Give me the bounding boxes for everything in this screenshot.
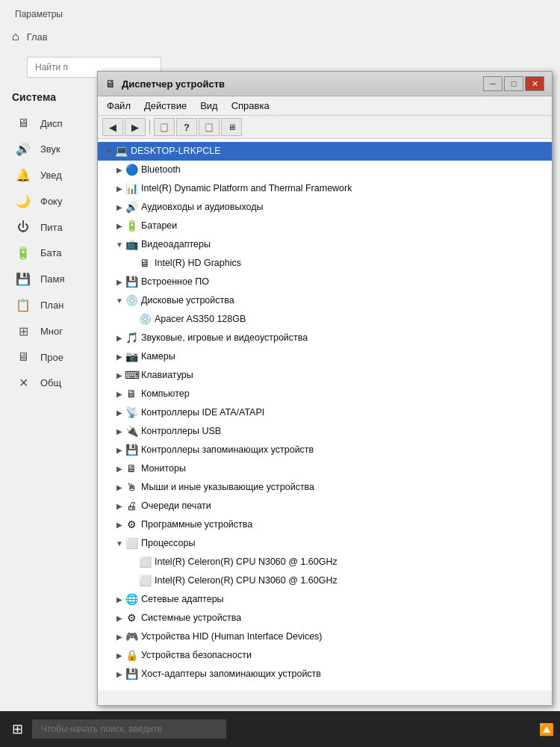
minimize-button[interactable]: ─	[483, 76, 503, 91]
security-label: Устройства безопасности	[141, 648, 252, 663]
tree-item-bluetooth[interactable]: ▶ 🔵 Bluetooth	[98, 161, 552, 179]
sidebar-label-focus: Фоку	[40, 196, 62, 207]
tree-item-hid[interactable]: ▶ 🎮 Устройства HID (Human Interface Devi…	[98, 627, 552, 646]
back-button[interactable]: ◀	[102, 118, 123, 136]
sidebar-label-proj: Прое	[40, 352, 63, 363]
home-label[interactable]: Глав	[27, 31, 48, 43]
system-devices-expander[interactable]: ▶	[114, 613, 125, 624]
tree-item-ide[interactable]: ▶ 📡 Контроллеры IDE ATA/ATAPI	[98, 403, 552, 422]
keyboards-expander[interactable]: ▶	[114, 370, 125, 381]
host-adapters-expander[interactable]: ▶	[114, 669, 125, 680]
tree-item-keyboards[interactable]: ▶ ⌨ Клавиатуры	[98, 366, 552, 385]
tree-item-firmware[interactable]: ▶ 💾 Встроенное ПО	[98, 273, 552, 291]
processors-label: Процессоры	[141, 536, 195, 551]
sidebar-label-battery: Бата	[40, 247, 62, 258]
menu-file[interactable]: Файл	[101, 98, 137, 114]
system-devices-label: Системные устройства	[141, 611, 241, 625]
camera-icon: 📷	[125, 349, 138, 365]
mice-expander[interactable]: ▶	[114, 482, 125, 493]
toolbar-btn-1[interactable]: 📋	[154, 118, 175, 136]
cpu0-label: Intel(R) Celeron(R) CPU N3060 @ 1.60GHz	[155, 555, 337, 569]
title-bar: 🖥 Диспетчер устройств ─ □ ✕	[98, 72, 552, 96]
hid-icon: 🎮	[125, 629, 138, 645]
sound-device-label: Звуковые, игровые и видеоустройства	[141, 331, 308, 345]
system-tray: 🔼	[539, 722, 554, 737]
tree-item-security[interactable]: ▶ 🔒 Устройства безопасности	[98, 646, 552, 665]
disk-expander[interactable]: ▼	[114, 295, 125, 306]
maximize-button[interactable]: □	[504, 76, 523, 91]
tree-item-mice[interactable]: ▶ 🖱 Мыши и иные указывающие устройства	[98, 478, 552, 497]
shared-icon: ✕	[15, 376, 31, 390]
audio-label: Аудиовходы и аудиовыходы	[141, 200, 263, 214]
tree-item-video[interactable]: ▼ 📺 Видеоадаптеры	[98, 235, 552, 254]
tree-item-intel-platform[interactable]: ▶ 📊 Intel(R) Dynamic Platform and Therma…	[98, 179, 552, 198]
cpu1-label: Intel(R) Celeron(R) CPU N3060 @ 1.60GHz	[155, 574, 337, 588]
tree-item-sound-devices[interactable]: ▶ 🎵 Звуковые, игровые и видеоустройства	[98, 329, 552, 347]
software-expander[interactable]: ▶	[114, 519, 125, 530]
system-devices-icon: ⚙	[125, 610, 138, 626]
tree-item-disk[interactable]: ▼ 💿 Дисковые устройства	[98, 291, 552, 310]
firmware-icon: 💾	[125, 274, 138, 290]
network-expander[interactable]: ▶	[114, 594, 125, 605]
toolbar-btn-3[interactable]: 📋	[199, 118, 220, 136]
tree-item-network[interactable]: ▶ 🌐 Сетевые адаптеры	[98, 590, 552, 609]
toolbar: ◀ ▶ 📋 ? 📋 🖥	[98, 116, 552, 139]
tree-item-usb[interactable]: ▶ 🔌 Контроллеры USB	[98, 422, 552, 441]
print-expander[interactable]: ▶	[114, 500, 125, 512]
host-adapters-icon: 💾	[125, 666, 138, 682]
tree-item-system-devices[interactable]: ▶ ⚙ Системные устройства	[98, 609, 552, 627]
tree-item-host-adapters[interactable]: ▶ 💾 Хост-адаптеры запоминающих устройств	[98, 665, 552, 684]
monitors-expander[interactable]: ▶	[114, 463, 125, 474]
start-button[interactable]: ⊞	[6, 715, 29, 743]
tree-item-computer[interactable]: ▶ 🖥 Компьютер	[98, 385, 552, 403]
taskbar-search-input[interactable]	[32, 719, 226, 739]
battery-expander[interactable]: ▶	[114, 220, 125, 232]
graphics-icon: 🖥	[138, 255, 152, 271]
ide-expander[interactable]: ▶	[114, 407, 125, 418]
tree-item-software[interactable]: ▶ ⚙ Программные устройства	[98, 515, 552, 534]
tree-item-intel-graphics[interactable]: 🖥 Intel(R) HD Graphics	[98, 254, 552, 273]
toolbar-btn-help[interactable]: ?	[176, 118, 197, 136]
cameras-expander[interactable]: ▶	[114, 351, 125, 362]
tree-root[interactable]: ▼ 💻 DESKTOP-LRKPCLE	[98, 142, 552, 161]
device-tree[interactable]: ▼ 💻 DESKTOP-LRKPCLE ▶ 🔵 Bluetooth ▶ 📊 In…	[98, 139, 552, 690]
tree-item-monitors[interactable]: ▶ 🖥 Мониторы	[98, 459, 552, 478]
firmware-expander[interactable]: ▶	[114, 276, 125, 288]
root-expander[interactable]: ▼	[104, 146, 114, 157]
security-expander[interactable]: ▶	[114, 650, 125, 661]
computer-expander[interactable]: ▶	[114, 388, 125, 400]
sidebar-label-memory: Памя	[40, 273, 65, 285]
video-expander[interactable]: ▼	[114, 239, 125, 250]
display-icon: 🖥	[15, 117, 31, 130]
intel-platform-expander[interactable]: ▶	[114, 183, 125, 194]
menu-action[interactable]: Действие	[138, 98, 193, 114]
home-icon[interactable]: ⌂	[12, 30, 19, 43]
menu-help[interactable]: Справка	[225, 98, 276, 114]
tree-item-cameras[interactable]: ▶ 📷 Камеры	[98, 347, 552, 366]
monitor-icon: 🖥	[125, 461, 138, 477]
usb-expander[interactable]: ▶	[114, 426, 125, 437]
hid-expander[interactable]: ▶	[114, 631, 125, 642]
cpu0-icon: ⬜	[138, 554, 152, 570]
sound-expander[interactable]: ▶	[114, 332, 125, 344]
tree-item-cpu0[interactable]: ⬜ Intel(R) Celeron(R) CPU N3060 @ 1.60GH…	[98, 553, 552, 571]
audio-expander[interactable]: ▶	[114, 202, 125, 213]
tree-item-audio[interactable]: ▶ 🔊 Аудиовходы и аудиовыходы	[98, 198, 552, 217]
tree-item-processors[interactable]: ▼ ⬜ Процессоры	[98, 534, 552, 553]
mice-icon: 🖱	[125, 480, 138, 495]
close-button[interactable]: ✕	[525, 76, 544, 91]
tree-item-apacer[interactable]: 💿 Apacer AS350 128GB	[98, 310, 552, 329]
usb-label: Контроллеры USB	[141, 424, 221, 438]
window-title: Диспетчер устройств	[122, 78, 477, 90]
tree-item-cpu1[interactable]: ⬜ Intel(R) Celeron(R) CPU N3060 @ 1.60GH…	[98, 571, 552, 590]
menu-view[interactable]: Вид	[194, 98, 224, 114]
multitask-icon: ⊞	[15, 324, 31, 338]
forward-button[interactable]: ▶	[125, 118, 146, 136]
bluetooth-expander[interactable]: ▶	[114, 164, 125, 176]
processors-expander[interactable]: ▼	[114, 538, 125, 549]
toolbar-btn-monitor[interactable]: 🖥	[221, 118, 242, 136]
tree-item-print[interactable]: ▶ 🖨 Очереди печати	[98, 497, 552, 515]
tree-item-storage-ctrl[interactable]: ▶ 💾 Контроллеры запоминающих устройств	[98, 441, 552, 459]
tree-item-battery[interactable]: ▶ 🔋 Батареи	[98, 217, 552, 235]
storage-ctrl-expander[interactable]: ▶	[114, 444, 125, 456]
